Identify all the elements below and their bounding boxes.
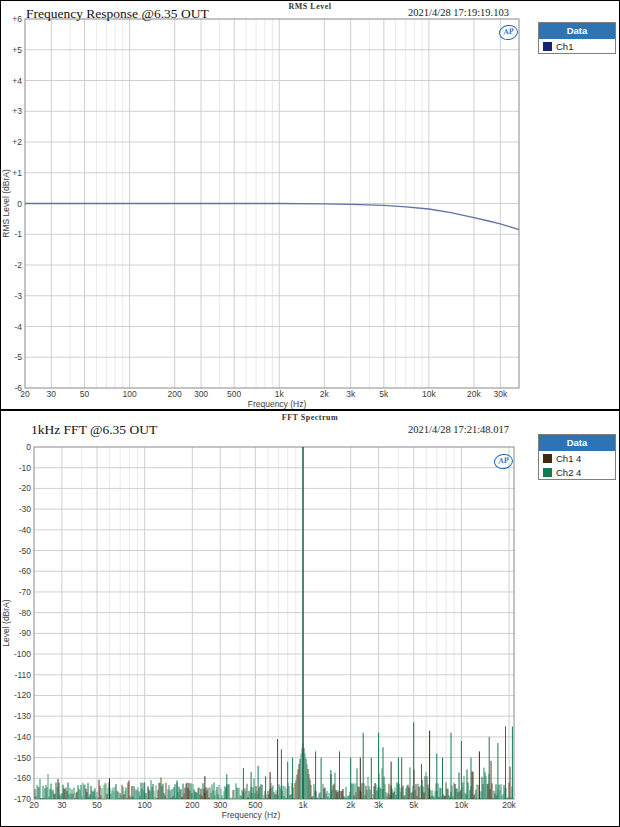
legend-label: Ch2 4 — [556, 467, 581, 478]
x-tick-label: 20k — [502, 800, 516, 810]
y-tick-label: +2 — [12, 137, 22, 147]
y-tick-label: -2 — [14, 260, 22, 270]
timestamp: 2021/4/28 17:19:19.103 — [408, 7, 509, 18]
x-tick-label: 5k — [379, 389, 389, 399]
x-axis-label: Frequency (Hz) — [222, 810, 281, 820]
y-tick-label: -3 — [14, 291, 22, 301]
x-tick-label: 50 — [80, 389, 90, 399]
x-tick-label: 200 — [168, 389, 182, 399]
y-tick-label: +5 — [12, 45, 22, 55]
x-tick-label: 30 — [57, 800, 67, 810]
y-tick-label: -140 — [14, 732, 31, 742]
frequency-response-chart: 2030501002003005001k2k3k5k10k20k30k+6+5+… — [1, 1, 620, 409]
y-tick-label: -90 — [19, 628, 32, 638]
x-tick-label: 50 — [92, 800, 102, 810]
gridlines — [34, 447, 514, 799]
y-tick-label: -70 — [19, 587, 32, 597]
x-tick-label: 2k — [346, 800, 356, 810]
y-tick-label: -10 — [19, 463, 32, 473]
y-tick-label: -150 — [14, 753, 31, 763]
y-tick-label: +3 — [12, 106, 22, 116]
legend-item-ch2-4[interactable]: Ch2 4 — [539, 465, 615, 479]
y-tick-label: +6 — [12, 14, 22, 24]
fft-spectrum-panel: 2030501002003005001k2k3k5k10k20k0-10-20-… — [0, 410, 620, 827]
rms-level-panel: 2030501002003005001k2k3k5k10k20k30k+6+5+… — [0, 0, 620, 410]
y-tick-label: +4 — [12, 76, 22, 86]
y-tick-label: -4 — [14, 322, 22, 332]
chart-title-frequency-response: Frequency Response @6.35 OUT — [26, 6, 209, 22]
legend-box: Data Ch1 4Ch2 4 — [538, 434, 616, 480]
y-tick-label: -170 — [14, 794, 31, 804]
y-tick-label: -160 — [14, 773, 31, 783]
y-tick-label: -50 — [19, 546, 32, 556]
legend-box: Data Ch1 — [538, 22, 616, 54]
x-tick-label: 5k — [409, 800, 419, 810]
y-tick-label: -20 — [19, 483, 32, 493]
legend-label: Ch1 4 — [556, 453, 581, 464]
fft-spectrum-chart: 2030501002003005001k2k3k5k10k20k0-10-20-… — [1, 411, 620, 826]
x-tick-label: 30k — [493, 389, 507, 399]
legend-item-ch1-4[interactable]: Ch1 4 — [539, 451, 615, 465]
y-tick-label: -130 — [14, 711, 31, 721]
y-tick-label: -40 — [19, 525, 32, 535]
y-tick-label: -60 — [19, 566, 32, 576]
x-tick-label: 500 — [227, 389, 241, 399]
legend-header: Data — [539, 23, 615, 39]
legend-swatch — [543, 468, 552, 477]
legend-header: Data — [539, 435, 615, 451]
x-axis-label: Frequency (Hz) — [248, 399, 307, 409]
y-tick-label: -5 — [14, 352, 22, 362]
panel-header-fft-spectrum: FFT Spectrum — [1, 413, 619, 422]
x-tick-label: 100 — [123, 389, 137, 399]
y-tick-label: -6 — [14, 383, 22, 393]
x-tick-label: 1k — [275, 389, 285, 399]
y-tick-label: -1 — [14, 229, 22, 239]
x-tick-label: 1k — [299, 800, 309, 810]
legend-label: Ch1 — [556, 41, 573, 52]
x-tick-label: 200 — [185, 800, 199, 810]
x-tick-label: 10k — [455, 800, 469, 810]
chart-title-1khz-fft: 1kHz FFT @6.35 OUT — [31, 422, 157, 438]
x-tick-label: 300 — [213, 800, 227, 810]
y-axis-label: Level (dBrA) — [1, 599, 11, 646]
y-tick-label: -110 — [15, 670, 32, 680]
legend-swatch — [543, 42, 552, 51]
x-tick-label: 300 — [194, 389, 208, 399]
x-tick-label: 100 — [138, 800, 152, 810]
x-tick-label: 30 — [47, 389, 57, 399]
y-tick-label: 0 — [17, 199, 22, 209]
y-tick-label: -120 — [14, 690, 31, 700]
timestamp: 2021/4/28 17:21:48.017 — [408, 424, 509, 435]
y-tick-label: 0 — [26, 442, 31, 452]
y-axis-label: RMS Level (dBrA) — [1, 169, 11, 238]
y-tick-label: -100 — [14, 649, 31, 659]
x-tick-label: 2k — [320, 389, 330, 399]
x-tick-label: 3k — [374, 800, 384, 810]
x-tick-label: 3k — [346, 389, 356, 399]
legend-swatch — [543, 454, 552, 463]
y-tick-label: -30 — [19, 504, 32, 514]
y-tick-label: +1 — [12, 168, 22, 178]
y-tick-label: -80 — [19, 608, 32, 618]
legend-item-ch1[interactable]: Ch1 — [539, 39, 615, 53]
x-tick-label: 20k — [467, 389, 481, 399]
x-tick-label: 10k — [422, 389, 436, 399]
x-tick-label: 500 — [248, 800, 262, 810]
